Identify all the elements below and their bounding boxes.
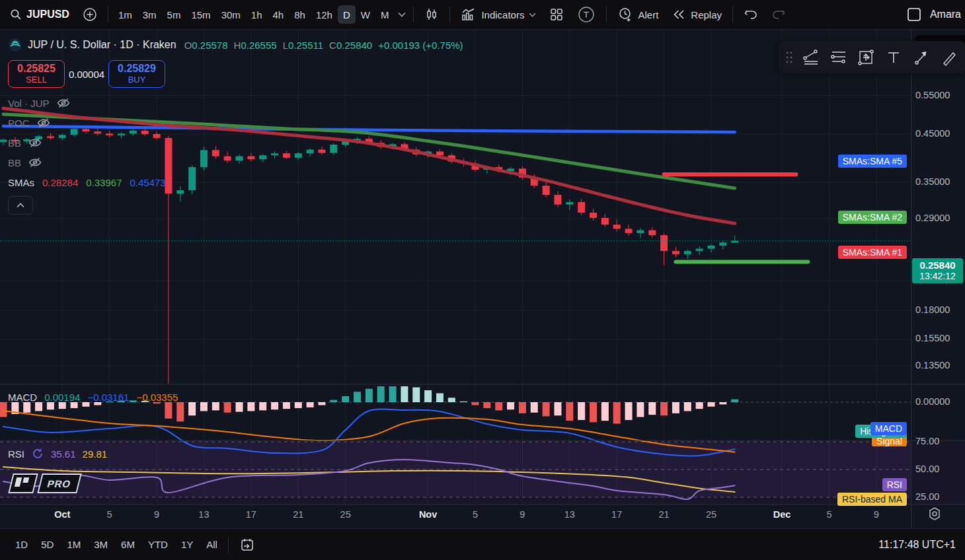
clock-timezone[interactable]: 11:17:48 UTC+1 <box>878 539 956 551</box>
interval-15m[interactable]: 15m <box>186 5 215 24</box>
interval-1m[interactable]: 1m <box>113 5 137 24</box>
interval-W[interactable]: W <box>356 5 375 24</box>
sma5-value: 0.45473 <box>130 177 165 188</box>
user-name[interactable]: Amara <box>930 9 961 20</box>
replay-button[interactable]: Replay <box>666 4 728 25</box>
range-5d[interactable]: 5D <box>35 536 59 553</box>
time-tick-5: 5 <box>107 509 112 520</box>
undo-button[interactable] <box>738 4 764 25</box>
indicator-row-label[interactable]: BB <box>8 137 21 149</box>
drag-handle-icon[interactable] <box>783 50 796 65</box>
time-tick-5: 5 <box>826 509 831 520</box>
redo-icon <box>771 9 786 20</box>
toolbar-divider <box>449 7 450 22</box>
interval-30m[interactable]: 30m <box>216 5 246 24</box>
sell-button[interactable]: 0.25825 SELL <box>8 60 65 88</box>
text-tool[interactable] <box>881 44 906 71</box>
redo-button[interactable] <box>765 4 792 25</box>
price-axis-divider[interactable] <box>911 30 911 528</box>
interval-4h[interactable]: 4h <box>268 5 290 24</box>
price-tick-0.18000: 0.18000 <box>915 304 950 315</box>
eye-off-icon[interactable] <box>36 116 51 129</box>
template-t-icon <box>577 6 596 23</box>
indicators-button[interactable]: Indicators <box>455 4 542 25</box>
symbol-title[interactable]: JUP / U. S. Dollar · 1D · Kraken <box>28 39 176 51</box>
interval-12h[interactable]: 12h <box>311 5 338 24</box>
indicators-label: Indicators <box>481 9 524 20</box>
price-tick-0.15500: 0.15500 <box>915 333 950 343</box>
chevron-down-icon <box>398 12 406 17</box>
top-toolbar: JUPUSD 1m3m5m15m30m1h4h8h12hDWM <box>0 0 965 30</box>
indicator-row-bb-2: BB <box>8 133 463 153</box>
chevron-up-icon <box>17 203 24 208</box>
time-tick-13: 13 <box>564 509 575 520</box>
price-tick-0.45000: 0.45000 <box>915 128 950 139</box>
sma2-axis-badge: SMAs:SMA #2 <box>838 211 907 224</box>
tradingview-pro-watermark: PRO <box>11 473 79 493</box>
last-price-tag: 0.25840 13:42:12 <box>912 258 963 283</box>
checkbox-square-icon[interactable] <box>906 7 922 22</box>
alert-button[interactable]: Alert <box>611 4 664 25</box>
projection-box-tool[interactable] <box>853 44 878 71</box>
eye-off-icon[interactable] <box>28 156 42 169</box>
smas-label[interactable]: SMAs <box>8 177 34 188</box>
macd-axis-badge: MACD <box>870 422 907 435</box>
chart-style-button[interactable] <box>418 4 445 25</box>
sell-price: 0.25825 <box>17 63 56 74</box>
sma5-axis-badge: SMAs:SMA #5 <box>838 155 907 168</box>
price-tick-0.13500: 0.13500 <box>915 360 950 370</box>
rsi-ma-value: 29.81 <box>83 448 108 460</box>
interval-5m[interactable]: 5m <box>162 5 186 24</box>
tradingview-logo-icon <box>8 473 38 493</box>
range-1y[interactable]: 1Y <box>175 536 199 553</box>
plus-circle-icon <box>83 7 97 22</box>
arrow-tool[interactable] <box>909 44 934 71</box>
toolbar-divider <box>606 7 607 22</box>
range-1d[interactable]: 1D <box>9 536 34 553</box>
trend-line-tool[interactable] <box>798 44 824 71</box>
range-6m[interactable]: 6M <box>115 536 141 553</box>
interval-D[interactable]: D <box>338 5 356 24</box>
compare-add-button[interactable] <box>77 4 103 25</box>
interval-8h[interactable]: 8h <box>289 5 311 24</box>
indicator-row-label[interactable]: Vol · JUP <box>8 98 50 109</box>
range-3m[interactable]: 3M <box>88 536 114 553</box>
horizontal-lines-tool[interactable] <box>826 44 851 71</box>
range-1m[interactable]: 1M <box>61 536 87 553</box>
legend-collapse-button[interactable] <box>8 196 33 215</box>
range-all[interactable]: All <box>200 536 223 553</box>
time-tick-9: 9 <box>874 509 879 520</box>
go-to-date-icon[interactable] <box>233 534 261 555</box>
trading-app: JUPUSD 1m3m5m15m30m1h4h8h12hDWM <box>0 0 965 560</box>
indicator-row-label[interactable]: POC <box>8 118 30 129</box>
buy-button[interactable]: 0.25829 BUY <box>108 60 165 88</box>
brush-tool[interactable] <box>936 44 961 71</box>
rsi-label[interactable]: RSI <box>8 448 24 460</box>
indicator-row-label[interactable]: BB <box>8 157 21 168</box>
rsi-tick-75.00: 75.00 <box>915 436 939 446</box>
refresh-icon[interactable] <box>31 447 44 460</box>
axis-settings-icon[interactable] <box>927 506 943 522</box>
template-button[interactable] <box>571 4 601 25</box>
interval-M[interactable]: M <box>375 5 395 24</box>
range-ytd[interactable]: YTD <box>142 536 174 553</box>
eye-off-icon[interactable] <box>56 96 71 110</box>
time-tick-17: 17 <box>246 509 256 520</box>
time-tick-17: 17 <box>611 509 622 520</box>
interval-menu-button[interactable] <box>395 4 408 25</box>
time-tick-Nov: Nov <box>419 509 437 520</box>
bottom-toolbar: 1D5D1M3M6MYTD1YAll 11:17:48 UTC+1 <box>0 528 965 560</box>
toolbar-divider <box>228 537 229 553</box>
symbol-search-button[interactable]: JUPUSD <box>4 4 75 25</box>
user-area: Amara <box>906 7 961 22</box>
macd-label[interactable]: MACD <box>8 392 37 403</box>
layout-grid-button[interactable] <box>543 4 570 25</box>
interval-1h[interactable]: 1h <box>246 5 268 24</box>
time-tick-21: 21 <box>659 509 670 520</box>
eye-off-icon[interactable] <box>28 136 42 149</box>
macd-legend-row: MACD 0.00194 −0.03161 −0.03355 <box>8 392 178 403</box>
time-tick-Oct: Oct <box>54 509 70 520</box>
date-range-group: 1D5D1M3M6MYTD1YAll <box>9 536 223 553</box>
interval-3m[interactable]: 3m <box>137 5 162 24</box>
replay-rewind-icon <box>672 8 686 21</box>
